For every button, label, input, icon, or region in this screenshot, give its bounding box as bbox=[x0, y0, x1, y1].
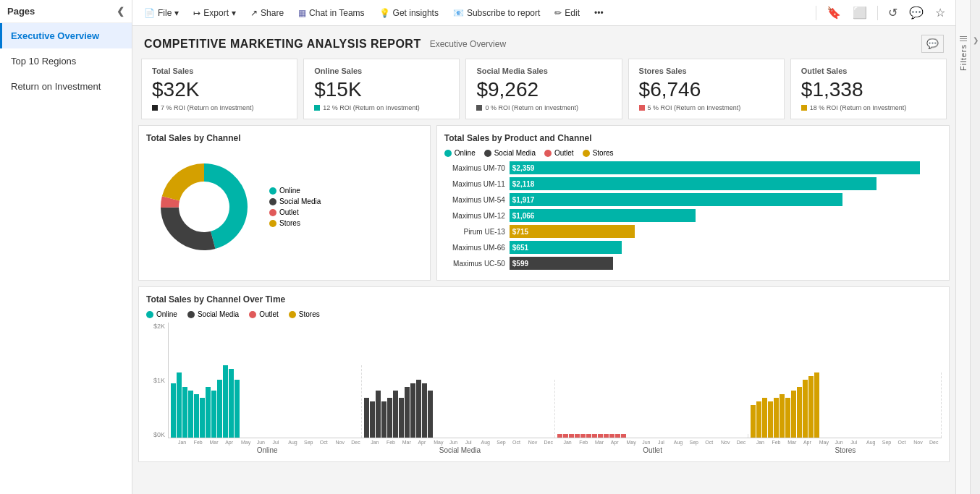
file-button[interactable]: 📄 File ▾ bbox=[138, 5, 185, 21]
ts-bar bbox=[604, 434, 609, 438]
bar-row-track: $715 bbox=[510, 225, 942, 238]
kpi-roi-color-outlet-sales bbox=[801, 105, 807, 111]
ts-bar bbox=[229, 369, 234, 438]
report-header: COMPETITIVE MARKETING ANALYSIS REPORT Ex… bbox=[132, 26, 955, 59]
ts-bar bbox=[797, 387, 802, 438]
ts-bar bbox=[422, 383, 427, 438]
ts-bar bbox=[206, 387, 211, 438]
chat-in-teams-button[interactable]: ▦ Chat in Teams bbox=[292, 5, 370, 21]
ts-month-label: Nov bbox=[336, 440, 341, 445]
export-button[interactable]: ↦ Export ▾ bbox=[187, 5, 242, 21]
ts-month-label: Jun bbox=[257, 440, 262, 445]
timeseries-bars-container bbox=[168, 323, 942, 438]
ts-bar bbox=[200, 398, 205, 438]
ts-bar bbox=[217, 380, 222, 438]
ts-month-label: Oct bbox=[898, 440, 903, 445]
toolbar-divider-1 bbox=[816, 6, 816, 20]
ts-month-label: Mar bbox=[787, 440, 793, 445]
ts-bar bbox=[768, 401, 773, 438]
edit-icon: ✏ bbox=[554, 8, 562, 18]
subscribe-label: Subscribe to report bbox=[467, 8, 540, 18]
sidebar-item-executive-overview[interactable]: Executive Overview bbox=[0, 23, 132, 48]
bookmark-button[interactable]: 🔖 bbox=[822, 3, 845, 22]
refresh-button[interactable]: ↺ bbox=[884, 3, 902, 22]
ts-bar bbox=[774, 398, 779, 438]
bar-row-label: Maximus UM-66 bbox=[444, 244, 510, 252]
export-label: Export bbox=[203, 8, 229, 18]
ts-section-name: Stores bbox=[749, 446, 942, 454]
star-button[interactable]: ☆ bbox=[931, 3, 950, 22]
share-button[interactable]: ↗ Share bbox=[245, 5, 290, 21]
file-icon: 📄 bbox=[144, 8, 155, 18]
ts-bar bbox=[615, 434, 620, 438]
bar-row-fill: $651 bbox=[510, 241, 622, 254]
share-label: Share bbox=[261, 8, 284, 18]
ts-month-label: Sep bbox=[497, 440, 502, 445]
bar-row-label: Pirum UE-13 bbox=[444, 228, 510, 236]
ts-month-label: Sep bbox=[304, 440, 309, 445]
sidebar: Pages ❮ Executive OverviewTop 10 Regions… bbox=[0, 0, 132, 494]
ts-month-label: Feb bbox=[386, 440, 392, 445]
edit-button[interactable]: ✏ Edit bbox=[549, 5, 586, 21]
get-insights-label: Get insights bbox=[393, 8, 439, 18]
ts-bar bbox=[808, 376, 814, 438]
ts-legend-label: Social Media bbox=[198, 310, 239, 318]
ts-bar bbox=[405, 387, 410, 438]
comment-button[interactable]: 💬 bbox=[905, 3, 928, 22]
report-comment-button[interactable]: 💬 bbox=[921, 35, 944, 53]
ts-month-label: Jun bbox=[835, 440, 840, 445]
ts-bar bbox=[381, 401, 386, 438]
bar-chart-row: Maximus UM-54 $1,917 bbox=[444, 193, 942, 206]
ts-bar bbox=[586, 434, 591, 438]
legend-label: Social Media bbox=[279, 197, 321, 205]
ts-month-label: May bbox=[241, 440, 246, 445]
donut-chart-card: Total Sales by Channel OnlineSocial Medi… bbox=[138, 125, 431, 281]
sidebar-item-return-on-investment[interactable]: Return on Investment bbox=[0, 74, 132, 99]
right-collapse-panel[interactable]: ❯ bbox=[970, 0, 980, 494]
ts-bar bbox=[575, 434, 580, 438]
yaxis-2k: $2K bbox=[146, 323, 165, 330]
toolbar: 📄 File ▾ ↦ Export ▾ ↗ Share ▦ Chat in Te… bbox=[132, 0, 955, 26]
sidebar-item-top-10-regions[interactable]: Top 10 Regions bbox=[0, 48, 132, 74]
ts-month-label: Jul bbox=[465, 440, 470, 445]
ts-legend-label: Outlet bbox=[259, 310, 279, 318]
bar-chart-legend: OnlineSocial MediaOutletStores bbox=[444, 149, 942, 157]
filter-line-1 bbox=[960, 36, 967, 37]
ts-section-label-group: JanFebMarAprMayJunJulAugSepOctNovDecStor… bbox=[749, 440, 942, 454]
ts-section-stores bbox=[748, 372, 942, 438]
ts-bar bbox=[182, 387, 187, 438]
more-button[interactable]: ••• bbox=[588, 5, 609, 21]
donut-legend-item: Stores bbox=[269, 219, 321, 227]
ts-bar bbox=[393, 391, 398, 438]
export-chevron: ▾ bbox=[232, 8, 236, 18]
filters-lines-icon bbox=[960, 36, 967, 41]
filters-panel[interactable]: Filters bbox=[955, 0, 970, 494]
bar-row-track: $2,359 bbox=[510, 161, 942, 174]
timeseries-chart-area: $2K $1K $0K bbox=[146, 323, 942, 438]
donut-segment bbox=[161, 208, 215, 250]
ts-legend-dot bbox=[249, 311, 256, 318]
filters-label: Filters bbox=[959, 44, 968, 71]
ts-bar bbox=[791, 391, 796, 438]
ts-bar bbox=[580, 434, 586, 438]
ts-bar bbox=[177, 372, 182, 438]
ts-legend-dot bbox=[146, 311, 153, 318]
kpi-roi-stores-sales: 5 % ROI (Return on Investment) bbox=[639, 104, 774, 111]
get-insights-button[interactable]: 💡 Get insights bbox=[373, 5, 444, 21]
kpi-roi-total-sales: 7 % ROI (Return on Investment) bbox=[152, 104, 287, 111]
ts-bar bbox=[569, 434, 574, 438]
ts-bar bbox=[428, 391, 433, 438]
timeseries-legend: OnlineSocial MediaOutletStores bbox=[146, 310, 942, 318]
timeseries-title: Total Sales by Channel Over Time bbox=[146, 294, 942, 305]
ts-month-label: Jan bbox=[563, 440, 568, 445]
donut-chart-title: Total Sales by Channel bbox=[146, 133, 423, 143]
charts-row: Total Sales by Channel OnlineSocial Medi… bbox=[132, 125, 955, 286]
ts-month-label: May bbox=[819, 440, 824, 445]
kpi-value-total-sales: $32K bbox=[152, 78, 287, 101]
bar-legend-dot bbox=[583, 150, 590, 157]
ts-legend-label: Online bbox=[156, 310, 177, 318]
kpi-roi-color-online-sales bbox=[314, 105, 320, 111]
sidebar-collapse-icon[interactable]: ❮ bbox=[117, 6, 124, 17]
layout-button[interactable]: ⬜ bbox=[848, 3, 871, 22]
subscribe-button[interactable]: 📧 Subscribe to report bbox=[447, 5, 546, 21]
